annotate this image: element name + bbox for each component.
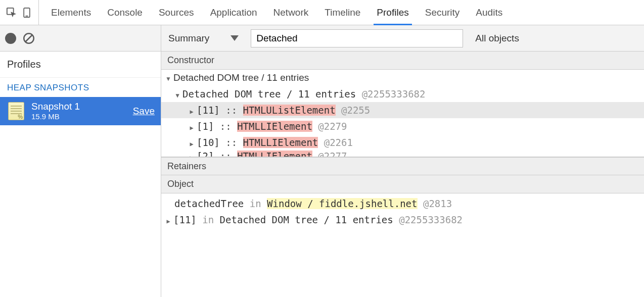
tabbar-left-tools	[0, 0, 39, 25]
retainer-id: @2813	[423, 198, 452, 209]
clear-icon[interactable]	[22, 32, 35, 45]
view-selector[interactable]: Summary	[168, 33, 242, 44]
tree-item-id: @2277	[318, 151, 347, 157]
snapshot-text: Snapshot 1 15.9 MB	[31, 101, 80, 121]
retainer-prefix: detachedTree	[174, 198, 244, 209]
tab-profiles[interactable]: Profiles	[376, 0, 409, 25]
record-icon[interactable]	[5, 33, 16, 44]
sidebar-toolbar	[0, 25, 161, 52]
disclosure-triangle-icon[interactable]	[174, 88, 180, 100]
tree-item-id: @2255	[341, 105, 370, 116]
retainer-prefix: [11]	[173, 214, 197, 225]
content-toolbar: Summary All objects	[161, 25, 644, 52]
tab-security[interactable]: Security	[424, 0, 461, 25]
tree-item-row[interactable]: [1] :: HTMLLIElement @2279	[161, 118, 644, 134]
tab-timeline[interactable]: Timeline	[324, 0, 361, 25]
devtools-tabbar: Elements Console Sources Application Net…	[0, 0, 644, 25]
retainer-id: @2255333682	[399, 214, 463, 225]
tree-item-id: @2261	[324, 137, 353, 148]
disclosure-triangle-icon[interactable]	[189, 105, 195, 116]
tree-item-sep: ::	[220, 151, 232, 157]
retainer-scope: Detached DOM tree / 11 entries	[220, 214, 393, 225]
tree-item-id: @2279	[318, 121, 347, 132]
tree-item-class: HTMLLIElement	[237, 151, 312, 157]
tree-item-class: HTMLLIElement	[237, 121, 312, 132]
tree-item-count: [11]	[197, 105, 220, 116]
content-column: Summary All objects Constructor Detached…	[161, 25, 644, 297]
retainers-header: Retainers	[161, 157, 644, 175]
disclosure-triangle-icon[interactable]	[189, 151, 195, 157]
tree-item-sep: ::	[220, 121, 232, 132]
snapshot-name: Snapshot 1	[31, 101, 80, 112]
column-header-constructor[interactable]: Constructor	[161, 52, 644, 70]
retainer-in: in	[250, 198, 261, 209]
profiles-sidebar: Profiles HEAP SNAPSHOTS Snapshot 1 15.9 …	[0, 25, 161, 297]
tree-group-row[interactable]: Detached DOM tree / 11 entries @22553336…	[161, 86, 644, 102]
snapshot-item[interactable]: Snapshot 1 15.9 MB Save	[0, 97, 161, 125]
tree-root-row[interactable]: Detached DOM tree / 11 entries	[161, 70, 644, 86]
tree-group-id: @2255333682	[362, 88, 426, 100]
chevron-down-icon	[231, 35, 239, 41]
snapshot-size: 15.9 MB	[31, 112, 80, 121]
tab-application[interactable]: Application	[209, 0, 258, 25]
device-toggle-icon[interactable]	[19, 5, 34, 20]
class-filter-input[interactable]	[251, 29, 463, 47]
retainer-scope: Window / fiddle.jshell.net	[267, 198, 417, 209]
constructor-rows: Detached DOM tree / 11 entries Detached …	[161, 70, 644, 157]
retainer-row[interactable]: detachedTree in Window / fiddle.jshell.n…	[165, 195, 640, 212]
disclosure-triangle-icon[interactable]	[189, 137, 195, 148]
retainers-panel: Retainers Object detachedTree in Window …	[161, 157, 644, 297]
sidebar-header: Profiles	[0, 52, 161, 78]
snapshot-save-link[interactable]: Save	[133, 106, 155, 117]
tree-item-row[interactable]: [11] :: HTMLUListElement @2255	[161, 102, 644, 118]
tree-item-count: [2]	[197, 151, 214, 157]
tree-item-sep: ::	[225, 137, 237, 148]
tree-item-count: [10]	[197, 137, 220, 148]
tree-item-class: HTMLLIElement	[243, 137, 318, 148]
disclosure-triangle-icon[interactable]	[165, 214, 171, 225]
snapshot-file-icon	[8, 102, 24, 120]
tree-item-row[interactable]: [2] :: HTMLLIElement @2277	[161, 151, 644, 157]
tree-item-sep: ::	[225, 105, 237, 116]
retainers-rows: detachedTree in Window / fiddle.jshell.n…	[161, 193, 644, 230]
svg-line-4	[26, 35, 32, 41]
retainer-in: in	[202, 214, 214, 225]
tab-audits[interactable]: Audits	[475, 0, 503, 25]
panel-tabs: Elements Console Sources Application Net…	[39, 0, 503, 25]
tree-group-label: Detached DOM tree / 11 entries	[182, 88, 356, 100]
view-selector-label: Summary	[168, 33, 209, 44]
tab-console[interactable]: Console	[106, 0, 144, 25]
main-area: Profiles HEAP SNAPSHOTS Snapshot 1 15.9 …	[0, 25, 644, 297]
tree-item-class: HTMLUListElement	[243, 105, 336, 116]
retainers-subheader[interactable]: Object	[161, 175, 644, 193]
inspect-element-icon[interactable]	[4, 5, 19, 20]
tree-item-row[interactable]: [10] :: HTMLLIElement @2261	[161, 134, 644, 151]
disclosure-triangle-icon[interactable]	[189, 121, 195, 132]
sidebar-section-heap: HEAP SNAPSHOTS	[0, 78, 161, 97]
object-filter-selector[interactable]: All objects	[475, 33, 519, 44]
tree-item-count: [1]	[197, 121, 214, 132]
tab-elements[interactable]: Elements	[50, 0, 92, 25]
tree-root-label: Detached DOM tree / 11 entries	[173, 72, 309, 83]
tab-sources[interactable]: Sources	[158, 0, 195, 25]
tab-network[interactable]: Network	[272, 0, 310, 25]
disclosure-triangle-icon[interactable]	[165, 72, 171, 83]
retainer-row[interactable]: [11] in Detached DOM tree / 11 entries @…	[165, 212, 640, 228]
